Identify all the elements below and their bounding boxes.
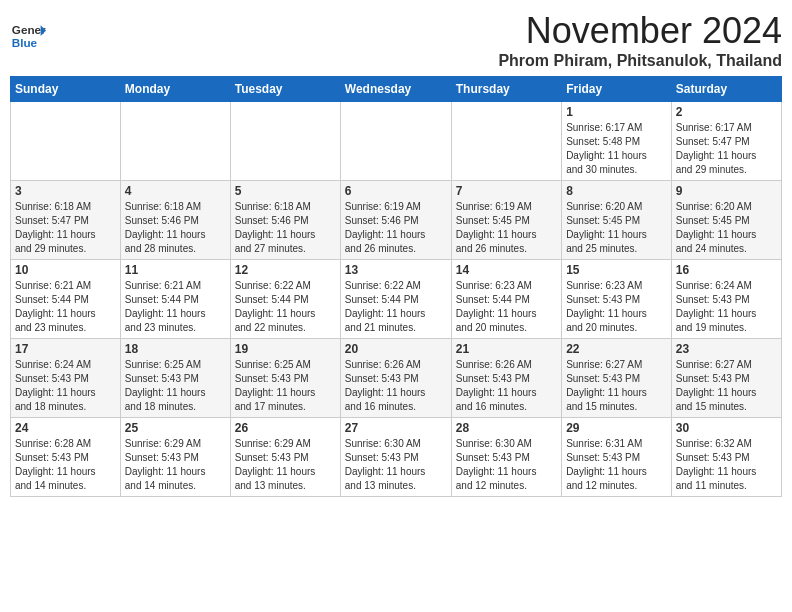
day-number: 12	[235, 263, 336, 277]
calendar-cell: 24Sunrise: 6:28 AMSunset: 5:43 PMDayligh…	[11, 418, 121, 497]
calendar-cell	[120, 102, 230, 181]
calendar-table: SundayMondayTuesdayWednesdayThursdayFrid…	[10, 76, 782, 497]
day-number: 10	[15, 263, 116, 277]
day-number: 11	[125, 263, 226, 277]
day-number: 14	[456, 263, 557, 277]
calendar-cell: 7Sunrise: 6:19 AMSunset: 5:45 PMDaylight…	[451, 181, 561, 260]
calendar-cell: 25Sunrise: 6:29 AMSunset: 5:43 PMDayligh…	[120, 418, 230, 497]
weekday-header: Sunday	[11, 77, 121, 102]
day-info: Sunrise: 6:17 AMSunset: 5:48 PMDaylight:…	[566, 121, 667, 177]
title-block: November 2024 Phrom Phiram, Phitsanulok,…	[498, 10, 782, 70]
day-info: Sunrise: 6:27 AMSunset: 5:43 PMDaylight:…	[566, 358, 667, 414]
calendar-cell: 27Sunrise: 6:30 AMSunset: 5:43 PMDayligh…	[340, 418, 451, 497]
day-info: Sunrise: 6:30 AMSunset: 5:43 PMDaylight:…	[345, 437, 447, 493]
weekday-header: Friday	[562, 77, 672, 102]
day-info: Sunrise: 6:25 AMSunset: 5:43 PMDaylight:…	[125, 358, 226, 414]
calendar-week-row: 3Sunrise: 6:18 AMSunset: 5:47 PMDaylight…	[11, 181, 782, 260]
calendar-cell: 1Sunrise: 6:17 AMSunset: 5:48 PMDaylight…	[562, 102, 672, 181]
svg-text:Blue: Blue	[12, 36, 38, 49]
calendar-cell: 14Sunrise: 6:23 AMSunset: 5:44 PMDayligh…	[451, 260, 561, 339]
day-info: Sunrise: 6:24 AMSunset: 5:43 PMDaylight:…	[15, 358, 116, 414]
day-info: Sunrise: 6:24 AMSunset: 5:43 PMDaylight:…	[676, 279, 777, 335]
day-number: 3	[15, 184, 116, 198]
day-info: Sunrise: 6:21 AMSunset: 5:44 PMDaylight:…	[15, 279, 116, 335]
calendar-cell: 10Sunrise: 6:21 AMSunset: 5:44 PMDayligh…	[11, 260, 121, 339]
calendar-cell: 19Sunrise: 6:25 AMSunset: 5:43 PMDayligh…	[230, 339, 340, 418]
day-info: Sunrise: 6:26 AMSunset: 5:43 PMDaylight:…	[456, 358, 557, 414]
day-info: Sunrise: 6:18 AMSunset: 5:46 PMDaylight:…	[125, 200, 226, 256]
calendar-cell: 9Sunrise: 6:20 AMSunset: 5:45 PMDaylight…	[671, 181, 781, 260]
calendar-cell: 30Sunrise: 6:32 AMSunset: 5:43 PMDayligh…	[671, 418, 781, 497]
day-info: Sunrise: 6:23 AMSunset: 5:44 PMDaylight:…	[456, 279, 557, 335]
day-number: 9	[676, 184, 777, 198]
day-number: 23	[676, 342, 777, 356]
calendar-cell: 4Sunrise: 6:18 AMSunset: 5:46 PMDaylight…	[120, 181, 230, 260]
day-number: 16	[676, 263, 777, 277]
calendar-week-row: 24Sunrise: 6:28 AMSunset: 5:43 PMDayligh…	[11, 418, 782, 497]
day-number: 15	[566, 263, 667, 277]
day-number: 28	[456, 421, 557, 435]
weekday-header: Thursday	[451, 77, 561, 102]
calendar-cell: 22Sunrise: 6:27 AMSunset: 5:43 PMDayligh…	[562, 339, 672, 418]
calendar-week-row: 17Sunrise: 6:24 AMSunset: 5:43 PMDayligh…	[11, 339, 782, 418]
logo-icon: General Blue	[10, 18, 46, 54]
day-info: Sunrise: 6:18 AMSunset: 5:46 PMDaylight:…	[235, 200, 336, 256]
day-info: Sunrise: 6:22 AMSunset: 5:44 PMDaylight:…	[345, 279, 447, 335]
day-number: 13	[345, 263, 447, 277]
calendar-cell: 12Sunrise: 6:22 AMSunset: 5:44 PMDayligh…	[230, 260, 340, 339]
calendar-cell: 16Sunrise: 6:24 AMSunset: 5:43 PMDayligh…	[671, 260, 781, 339]
calendar-cell: 13Sunrise: 6:22 AMSunset: 5:44 PMDayligh…	[340, 260, 451, 339]
calendar-cell: 2Sunrise: 6:17 AMSunset: 5:47 PMDaylight…	[671, 102, 781, 181]
day-info: Sunrise: 6:18 AMSunset: 5:47 PMDaylight:…	[15, 200, 116, 256]
day-info: Sunrise: 6:30 AMSunset: 5:43 PMDaylight:…	[456, 437, 557, 493]
calendar-week-row: 10Sunrise: 6:21 AMSunset: 5:44 PMDayligh…	[11, 260, 782, 339]
day-info: Sunrise: 6:17 AMSunset: 5:47 PMDaylight:…	[676, 121, 777, 177]
calendar-cell: 29Sunrise: 6:31 AMSunset: 5:43 PMDayligh…	[562, 418, 672, 497]
weekday-header-row: SundayMondayTuesdayWednesdayThursdayFrid…	[11, 77, 782, 102]
weekday-header: Monday	[120, 77, 230, 102]
day-info: Sunrise: 6:21 AMSunset: 5:44 PMDaylight:…	[125, 279, 226, 335]
calendar-cell: 17Sunrise: 6:24 AMSunset: 5:43 PMDayligh…	[11, 339, 121, 418]
day-info: Sunrise: 6:22 AMSunset: 5:44 PMDaylight:…	[235, 279, 336, 335]
day-number: 29	[566, 421, 667, 435]
day-info: Sunrise: 6:29 AMSunset: 5:43 PMDaylight:…	[235, 437, 336, 493]
calendar-cell: 6Sunrise: 6:19 AMSunset: 5:46 PMDaylight…	[340, 181, 451, 260]
calendar-cell: 3Sunrise: 6:18 AMSunset: 5:47 PMDaylight…	[11, 181, 121, 260]
day-number: 2	[676, 105, 777, 119]
calendar-cell: 18Sunrise: 6:25 AMSunset: 5:43 PMDayligh…	[120, 339, 230, 418]
day-info: Sunrise: 6:32 AMSunset: 5:43 PMDaylight:…	[676, 437, 777, 493]
day-number: 8	[566, 184, 667, 198]
calendar-cell: 11Sunrise: 6:21 AMSunset: 5:44 PMDayligh…	[120, 260, 230, 339]
day-number: 7	[456, 184, 557, 198]
day-info: Sunrise: 6:29 AMSunset: 5:43 PMDaylight:…	[125, 437, 226, 493]
day-info: Sunrise: 6:19 AMSunset: 5:46 PMDaylight:…	[345, 200, 447, 256]
day-number: 6	[345, 184, 447, 198]
calendar-cell	[11, 102, 121, 181]
day-number: 26	[235, 421, 336, 435]
day-number: 17	[15, 342, 116, 356]
calendar-cell: 5Sunrise: 6:18 AMSunset: 5:46 PMDaylight…	[230, 181, 340, 260]
calendar-cell: 20Sunrise: 6:26 AMSunset: 5:43 PMDayligh…	[340, 339, 451, 418]
calendar-cell	[451, 102, 561, 181]
calendar-cell	[230, 102, 340, 181]
calendar-cell: 21Sunrise: 6:26 AMSunset: 5:43 PMDayligh…	[451, 339, 561, 418]
day-info: Sunrise: 6:31 AMSunset: 5:43 PMDaylight:…	[566, 437, 667, 493]
day-info: Sunrise: 6:26 AMSunset: 5:43 PMDaylight:…	[345, 358, 447, 414]
calendar-cell: 26Sunrise: 6:29 AMSunset: 5:43 PMDayligh…	[230, 418, 340, 497]
day-info: Sunrise: 6:20 AMSunset: 5:45 PMDaylight:…	[566, 200, 667, 256]
day-number: 21	[456, 342, 557, 356]
weekday-header: Tuesday	[230, 77, 340, 102]
calendar-cell	[340, 102, 451, 181]
day-number: 22	[566, 342, 667, 356]
location-title: Phrom Phiram, Phitsanulok, Thailand	[498, 52, 782, 70]
day-number: 30	[676, 421, 777, 435]
day-number: 25	[125, 421, 226, 435]
day-number: 5	[235, 184, 336, 198]
weekday-header: Wednesday	[340, 77, 451, 102]
day-number: 27	[345, 421, 447, 435]
day-number: 4	[125, 184, 226, 198]
day-number: 24	[15, 421, 116, 435]
calendar-cell: 23Sunrise: 6:27 AMSunset: 5:43 PMDayligh…	[671, 339, 781, 418]
calendar-cell: 15Sunrise: 6:23 AMSunset: 5:43 PMDayligh…	[562, 260, 672, 339]
day-number: 1	[566, 105, 667, 119]
